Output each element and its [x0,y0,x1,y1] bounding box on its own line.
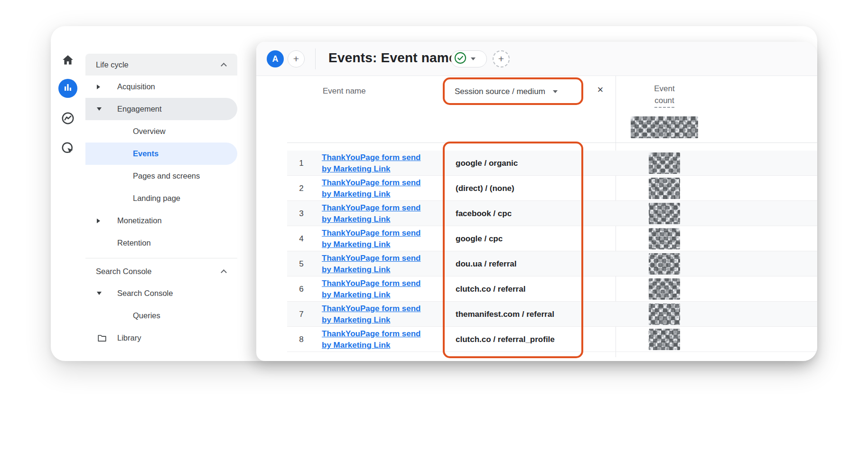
rail-home-button[interactable] [58,52,77,71]
sidebar-item-queries[interactable]: Queries [85,304,237,327]
row-index: 2 [287,176,316,201]
source-medium-value: themanifest.com / referral [456,302,554,327]
sidebar-item-acquisition[interactable]: Acquisition [85,76,237,98]
event-count-redacted [649,203,680,224]
column-header-event-count[interactable]: Event count [631,83,698,108]
table-row: 1 ThankYouPage form send by Marketing Li… [287,151,817,176]
section-header-search-console[interactable]: Search Console [85,260,237,282]
header-divider [315,48,316,69]
chevron-down-icon [471,57,476,60]
remove-dimension-button[interactable]: × [592,82,608,98]
table-row: 6 ThankYouPage form send by Marketing Li… [287,276,817,302]
report-header: A + Events: Event name + [256,42,817,76]
table-row: 7 ThankYouPage form send by Marketing Li… [287,302,817,327]
row-index: 1 [287,151,316,176]
secondary-dimension-label: Session source / medium [455,87,545,96]
sidebar-item-pages-and-screens[interactable]: Pages and screens [85,165,237,187]
table-rows: 1 ThankYouPage form send by Marketing Li… [287,151,817,352]
sidebar: Life cycle Acquisition Engagement Overvi… [85,54,237,349]
secondary-dimension-dropdown[interactable]: Session source / medium [455,84,558,100]
source-medium-value: google / cpc [456,226,503,251]
event-name-link[interactable]: ThankYouPage form send by Marketing Link [322,228,426,250]
report-panel: A + Events: Event name + Event name Sess… [256,42,817,361]
check-circle-icon [454,51,467,67]
app-window: Life cycle Acquisition Engagement Overvi… [51,26,817,361]
column-header-event-name[interactable]: Event name [323,86,366,96]
chevron-down-icon [553,90,558,93]
reports-bar-chart-icon [62,82,74,95]
event-count-redacted [649,228,680,249]
sidebar-item-overview[interactable]: Overview [85,120,237,143]
rail-explore-button[interactable] [58,110,77,129]
event-name-link[interactable]: ThankYouPage form send by Marketing Link [322,278,426,301]
source-medium-value: google / organic [456,151,518,176]
sidebar-item-engagement[interactable]: Engagement [85,98,237,120]
sidebar-item-events[interactable]: Events [85,143,237,165]
sidebar-item-library[interactable]: Library [85,327,237,349]
sidebar-item-landing-page[interactable]: Landing page [85,187,237,209]
sidebar-divider [85,258,237,258]
row-index: 4 [287,226,316,251]
page-title: Events: Event name [328,50,457,66]
event-name-link[interactable]: ThankYouPage form send by Marketing Link [322,202,426,225]
table-row: 8 ThankYouPage form send by Marketing Li… [287,327,817,352]
source-medium-value: clutch.co / referral [456,276,525,302]
explore-line-chart-icon [61,111,75,127]
advertising-icon [61,141,75,157]
event-name-link[interactable]: ThankYouPage form send by Marketing Link [322,177,426,200]
home-icon [62,54,74,68]
nav-rail [51,26,85,361]
event-name-link[interactable]: ThankYouPage form send by Marketing Link [322,152,426,175]
event-name-link[interactable]: ThankYouPage form send by Marketing Link [322,253,426,276]
table-row: 2 ThankYouPage form send by Marketing Li… [287,176,817,201]
event-name-link[interactable]: ThankYouPage form send by Marketing Link [322,303,426,326]
row-index: 3 [287,201,316,226]
chevron-down-icon [97,107,102,111]
chevron-right-icon [97,219,100,223]
chevron-down-icon [97,292,102,295]
folder-icon [97,333,107,343]
event-name-link[interactable]: ThankYouPage form send by Marketing Link [322,328,426,351]
event-count-redacted [649,278,680,300]
event-count-redacted [649,329,680,350]
source-medium-value: clutch.co / referral_profile [456,327,555,352]
source-medium-value: facebook / cpc [456,201,512,226]
event-count-redacted [649,152,680,174]
event-count-redacted [649,253,680,275]
event-count-total-redacted [631,116,698,138]
table-row: 4 ThankYouPage form send by Marketing Li… [287,226,817,251]
row-index: 6 [287,276,316,302]
chevron-up-icon [221,269,227,276]
event-count-redacted [649,178,680,199]
sidebar-item-retention[interactable]: Retention [85,232,237,254]
add-report-button[interactable]: + [493,50,510,67]
event-count-redacted [649,304,680,325]
table-header-divider [287,143,817,143]
section-title: Life cycle [96,60,129,69]
source-medium-value: dou.ua / referral [456,251,516,276]
event-count-line1: Event [631,83,698,95]
table-row: 5 ThankYouPage form send by Marketing Li… [287,251,817,276]
row-index: 8 [287,327,316,352]
event-count-line2: count [654,95,674,108]
comparison-avatar[interactable]: A [267,50,284,67]
section-header-life-cycle[interactable]: Life cycle [85,54,237,76]
table-header: Event name Session source / medium × Eve… [256,76,817,143]
rail-advertising-button[interactable] [58,140,77,159]
rail-reports-button[interactable] [58,79,77,98]
add-comparison-button[interactable]: + [288,50,305,67]
report-status-dropdown[interactable] [451,50,487,67]
sidebar-item-search-console[interactable]: Search Console [85,282,237,304]
chevron-up-icon [221,63,227,69]
row-index: 5 [287,251,316,276]
section-title: Search Console [96,267,151,276]
source-medium-value: (direct) / (none) [456,176,514,201]
sidebar-item-monetization[interactable]: Monetization [85,209,237,232]
chevron-right-icon [97,85,100,89]
row-index: 7 [287,302,316,327]
table-row: 3 ThankYouPage form send by Marketing Li… [287,201,817,226]
